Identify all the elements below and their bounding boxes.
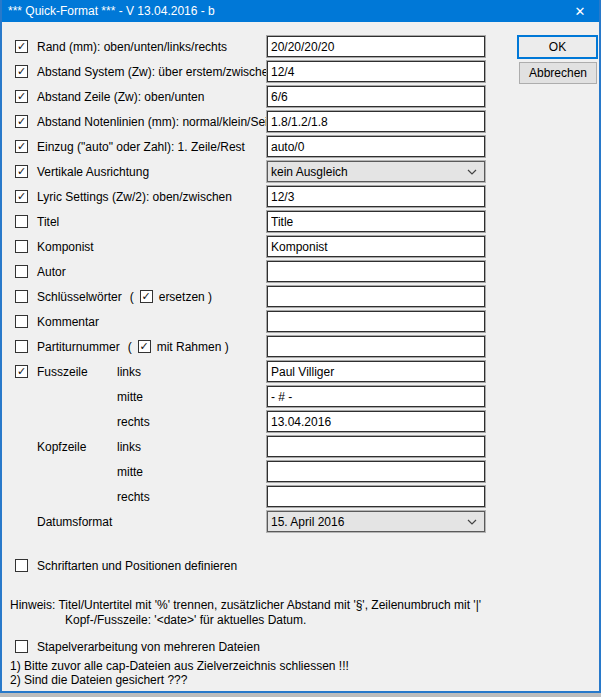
row-label: Fusszeile	[37, 365, 88, 379]
warning-line-2: 2) Sind die Dateien gesichert ???	[10, 673, 187, 687]
form-row: Schriftarten und Positionen definieren	[2, 555, 599, 576]
warning-line-1: 1) Bitte zuvor alle cap-Dateien aus Ziel…	[10, 659, 349, 673]
dropdown-value: kein Ausgleich	[271, 165, 467, 179]
form-row: mitte	[2, 461, 599, 482]
inner-label: ersetzen )	[159, 290, 212, 304]
row-label: Partiturnummer	[37, 340, 120, 354]
form-row: ✓ Lyric Settings (Zw/2): oben/zwischen	[2, 186, 599, 207]
fonts-positions-checkbox[interactable]	[15, 559, 28, 572]
batch-processing-label: Stapelverarbeitung von mehreren Dateien	[37, 640, 260, 654]
form-row: ✓ Abstand Zeile (Zw): oben/unten	[2, 86, 599, 107]
sub-label: links	[117, 365, 141, 379]
check-icon: ✓	[17, 41, 26, 52]
close-button[interactable]: ✕	[559, 0, 601, 22]
title-bar[interactable]: *** Quick-Format *** - V 13.04.2016 - b …	[0, 0, 601, 22]
header-right-input[interactable]	[267, 486, 485, 507]
row-label: Autor	[37, 265, 66, 279]
keywords-checkbox[interactable]	[15, 290, 28, 303]
form-row: Datumsformat 15. April 2016	[2, 511, 599, 532]
vertical-alignment-checkbox[interactable]: ✓	[15, 165, 28, 178]
check-icon: ✓	[140, 341, 149, 352]
hint-line-1: Hinweis: Titel/Untertitel mit '%' trenne…	[10, 598, 481, 612]
batch-processing-checkbox[interactable]	[15, 640, 28, 653]
inner-label: mit Rahmen )	[157, 340, 229, 354]
chevron-down-icon	[467, 519, 477, 525]
date-format-dropdown[interactable]: 15. April 2016	[267, 511, 485, 532]
score-number-input[interactable]	[267, 336, 485, 357]
check-icon: ✓	[142, 291, 151, 302]
indent-checkbox[interactable]: ✓	[15, 140, 28, 153]
form-row: Kommentar	[2, 311, 599, 332]
form-row: Stapelverarbeitung von mehreren Dateien	[2, 636, 599, 657]
title-input[interactable]	[267, 211, 485, 232]
comment-input[interactable]	[267, 311, 485, 332]
check-icon: ✓	[17, 66, 26, 77]
row-label: Abstand Notenlinien (mm): normal/klein/S…	[37, 115, 278, 129]
composer-input[interactable]	[267, 236, 485, 257]
margins-checkbox[interactable]: ✓	[15, 40, 28, 53]
window-title: *** Quick-Format *** - V 13.04.2016 - b	[8, 0, 215, 22]
form-row: Kopfzeile links	[2, 436, 599, 457]
form-row: Partiturnummer ( ✓ mit Rahmen )	[2, 336, 599, 357]
fonts-positions-label: Schriftarten und Positionen definieren	[37, 559, 237, 573]
composer-checkbox[interactable]	[15, 240, 28, 253]
line-spacing-checkbox[interactable]: ✓	[15, 90, 28, 103]
author-input[interactable]	[267, 261, 485, 282]
form-row: ✓ Fusszeile links	[2, 361, 599, 382]
margins-input[interactable]	[267, 36, 485, 57]
form-row: ✓ Einzug ("auto" oder Zahl): 1. Zeile/Re…	[2, 136, 599, 157]
close-icon: ✕	[575, 4, 586, 19]
row-label: Komponist	[37, 240, 94, 254]
check-icon: ✓	[17, 116, 26, 127]
paren-open: (	[128, 340, 132, 354]
form-row: mitte	[2, 386, 599, 407]
sub-label: rechts	[117, 490, 150, 504]
check-icon: ✓	[17, 91, 26, 102]
footer-left-input[interactable]	[267, 361, 485, 382]
row-label: Rand (mm): oben/unten/links/rechts	[37, 40, 227, 54]
row-label: Abstand System (Zw): über erstem/zwische…	[37, 65, 275, 79]
row-label: Vertikale Ausrichtung	[37, 165, 149, 179]
form-row: rechts	[2, 411, 599, 432]
header-left-input[interactable]	[267, 436, 485, 457]
footer-checkbox[interactable]: ✓	[15, 365, 28, 378]
footer-right-input[interactable]	[267, 411, 485, 432]
form-row: Komponist	[2, 236, 599, 257]
system-spacing-input[interactable]	[267, 61, 485, 82]
vertical-alignment-dropdown[interactable]: kein Ausgleich	[267, 161, 485, 182]
row-label: Schlüsselwörter	[37, 290, 122, 304]
form-row: rechts	[2, 486, 599, 507]
check-icon: ✓	[17, 141, 26, 152]
header-center-input[interactable]	[267, 461, 485, 482]
lyric-settings-checkbox[interactable]: ✓	[15, 190, 28, 203]
form-row: ✓ Abstand Notenlinien (mm): normal/klein…	[2, 111, 599, 132]
score-number-checkbox[interactable]	[15, 340, 28, 353]
system-spacing-checkbox[interactable]: ✓	[15, 65, 28, 78]
title-checkbox[interactable]	[15, 215, 28, 228]
form-row: ✓ Rand (mm): oben/unten/links/rechts	[2, 36, 599, 57]
footer-center-input[interactable]	[267, 386, 485, 407]
dropdown-value: 15. April 2016	[271, 515, 467, 529]
staff-lines-input[interactable]	[267, 111, 485, 132]
author-checkbox[interactable]	[15, 265, 28, 278]
quick-format-dialog: *** Quick-Format *** - V 13.04.2016 - b …	[0, 0, 601, 693]
staff-lines-checkbox[interactable]: ✓	[15, 115, 28, 128]
indent-input[interactable]	[267, 136, 485, 157]
keywords-input[interactable]	[267, 286, 485, 307]
sub-label: rechts	[117, 415, 150, 429]
check-icon: ✓	[17, 191, 26, 202]
lyric-settings-input[interactable]	[267, 186, 485, 207]
form-row: ✓ Vertikale Ausrichtung kein Ausgleich	[2, 161, 599, 182]
chevron-down-icon	[467, 169, 477, 175]
row-label: Datumsformat	[37, 515, 112, 529]
comment-checkbox[interactable]	[15, 315, 28, 328]
score-number-frame-checkbox[interactable]: ✓	[138, 340, 151, 353]
hint-line-2: Kopf-/Fusszeile: '<date>' für aktuelles …	[65, 613, 306, 627]
row-label: Titel	[37, 215, 59, 229]
keywords-replace-checkbox[interactable]: ✓	[140, 290, 153, 303]
form-row: Schlüsselwörter ( ✓ ersetzen )	[2, 286, 599, 307]
row-label-group: Schlüsselwörter ( ✓ ersetzen )	[37, 286, 212, 307]
line-spacing-input[interactable]	[267, 86, 485, 107]
form-row: Autor	[2, 261, 599, 282]
paren-open: (	[130, 290, 134, 304]
